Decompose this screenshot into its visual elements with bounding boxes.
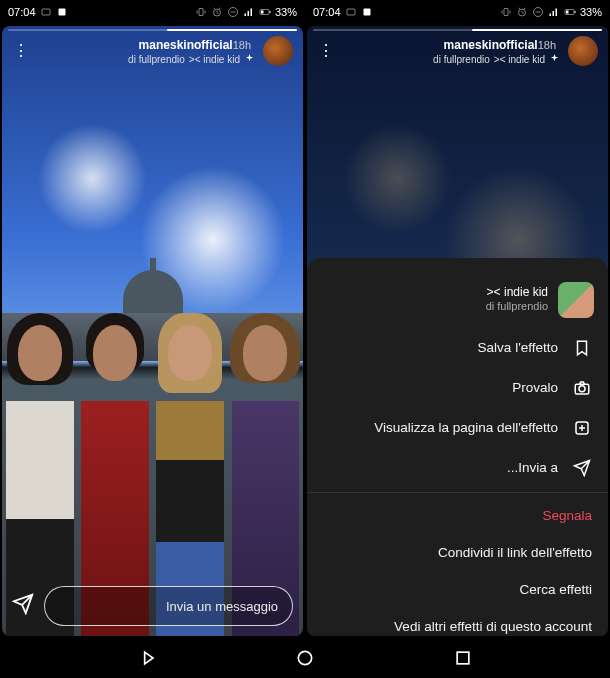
more-options-button[interactable]: ⋮ bbox=[12, 41, 30, 60]
time-ago: 18h bbox=[233, 39, 251, 51]
android-navbar bbox=[0, 638, 610, 678]
more-from-account-item[interactable]: Vedi altri effetti di questo account bbox=[307, 608, 608, 636]
avatar[interactable] bbox=[263, 36, 293, 66]
battery-icon bbox=[259, 6, 271, 18]
reply-placeholder: Invia un messaggio bbox=[166, 599, 278, 614]
battery-text: 33% bbox=[580, 6, 602, 18]
notif-icon-2 bbox=[345, 6, 357, 18]
send-button[interactable] bbox=[12, 593, 34, 619]
alarm-icon bbox=[211, 6, 223, 18]
story-header-text: maneskinofficial18h indie kid >< di full… bbox=[38, 34, 255, 67]
nav-back-button[interactable] bbox=[138, 648, 158, 668]
notif-icon bbox=[361, 6, 373, 18]
vibrate-icon bbox=[500, 6, 512, 18]
nav-recents-button[interactable] bbox=[453, 648, 473, 668]
status-bar: 33% 07:04 bbox=[0, 0, 305, 24]
effect-name: indie kid >< bbox=[486, 285, 548, 300]
report-item[interactable]: Segnala bbox=[307, 497, 608, 534]
sheet-effect-header[interactable]: indie kid >< di fullprendio bbox=[307, 278, 608, 328]
effect-thumbnail bbox=[558, 282, 594, 318]
status-bar: 33% 07:04 bbox=[305, 0, 610, 24]
send-to-item[interactable]: Invia a... bbox=[307, 448, 608, 488]
reply-input[interactable]: Invia un messaggio bbox=[44, 586, 293, 626]
svg-rect-5 bbox=[504, 9, 508, 16]
nav-home-button[interactable] bbox=[295, 648, 315, 668]
alarm-icon bbox=[516, 6, 528, 18]
signal-icon bbox=[548, 6, 560, 18]
share-link-item[interactable]: Condividi il link dell'effetto bbox=[307, 534, 608, 571]
effect-icon bbox=[549, 53, 560, 67]
view-effect-page-item[interactable]: Visualizza la pagina dell'effetto bbox=[307, 408, 608, 448]
svg-rect-1 bbox=[566, 11, 569, 14]
notif-icon-2 bbox=[40, 6, 52, 18]
more-options-button[interactable]: ⋮ bbox=[317, 41, 335, 60]
signal-icon bbox=[243, 6, 255, 18]
battery-text: 33% bbox=[275, 6, 297, 18]
svg-rect-18 bbox=[42, 9, 50, 15]
battery-icon bbox=[564, 6, 576, 18]
effect-tag[interactable]: indie kid >< di fullprendio bbox=[38, 53, 255, 67]
svg-rect-12 bbox=[261, 11, 264, 14]
vibrate-icon bbox=[195, 6, 207, 18]
effect-bottom-sheet: indie kid >< di fullprendio Salva l'effe… bbox=[307, 258, 608, 636]
svg-rect-2 bbox=[574, 11, 575, 13]
notif-icon bbox=[56, 6, 68, 18]
save-effect-item[interactable]: Salva l'effetto bbox=[307, 328, 608, 368]
send-icon bbox=[572, 459, 592, 477]
svg-rect-13 bbox=[269, 11, 270, 13]
svg-rect-17 bbox=[58, 9, 65, 16]
svg-rect-6 bbox=[363, 9, 370, 16]
svg-point-19 bbox=[298, 651, 311, 664]
svg-rect-20 bbox=[457, 652, 469, 664]
browse-effects-item[interactable]: Cerca effetti bbox=[307, 571, 608, 608]
clock-text: 07:04 bbox=[8, 6, 36, 18]
divider bbox=[307, 492, 608, 493]
story-header-text: maneskinofficial18h indie kid >< di full… bbox=[343, 34, 560, 67]
username[interactable]: maneskinofficial bbox=[444, 38, 538, 52]
dnd-icon bbox=[227, 6, 239, 18]
svg-rect-16 bbox=[199, 9, 203, 16]
svg-point-9 bbox=[579, 386, 585, 392]
clock-text: 07:04 bbox=[313, 6, 341, 18]
page-icon bbox=[572, 419, 592, 437]
avatar[interactable] bbox=[568, 36, 598, 66]
camera-icon bbox=[572, 379, 592, 397]
dnd-icon bbox=[532, 6, 544, 18]
try-effect-item[interactable]: Provalo bbox=[307, 368, 608, 408]
effect-icon bbox=[244, 53, 255, 67]
svg-rect-7 bbox=[347, 9, 355, 15]
effect-author: di fullprendio bbox=[486, 300, 548, 314]
bookmark-icon bbox=[572, 339, 592, 357]
story-media[interactable] bbox=[2, 26, 303, 636]
username[interactable]: maneskinofficial bbox=[139, 38, 233, 52]
effect-tag[interactable]: indie kid >< di fullprendio bbox=[343, 53, 560, 67]
time-ago: 18h bbox=[538, 39, 556, 51]
